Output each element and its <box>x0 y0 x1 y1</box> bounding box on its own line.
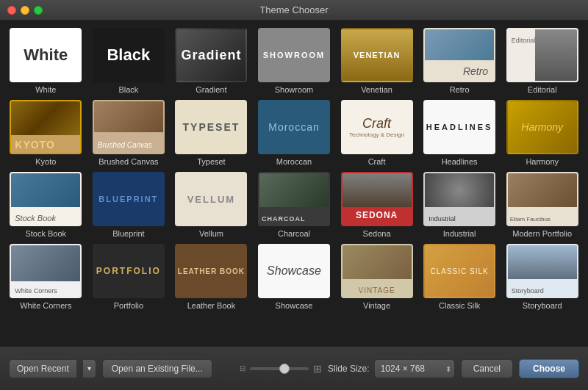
zoom-slider-area: ⊟ ⊞ <box>240 363 322 375</box>
theme-thumb-showroom: SHOWROOM <box>258 28 330 82</box>
theme-thumb-kyoto: KYOTO <box>10 100 82 154</box>
theme-label-vellum: Vellum <box>199 229 223 238</box>
theme-kyoto[interactable]: KYOTO Kyoto <box>7 100 85 166</box>
cancel-button[interactable]: Cancel <box>461 359 513 378</box>
theme-thumb-classicsilk: CLASSIC SILK <box>423 244 495 298</box>
theme-editorial[interactable]: Editorial Editorial <box>503 28 581 94</box>
theme-label-moroccan: Moroccan <box>276 157 312 166</box>
theme-thumb-industrial: Industrial <box>423 172 495 226</box>
theme-classic-silk[interactable]: CLASSIC SILK Classic Silk <box>421 244 498 310</box>
theme-label-black: Black <box>118 85 138 94</box>
choose-button[interactable]: Choose <box>519 359 579 378</box>
theme-thumb-black: Black <box>93 28 165 82</box>
theme-thumb-venetian: VENETIAN <box>341 28 413 82</box>
maximize-button[interactable] <box>34 6 43 15</box>
theme-label-vintage: Vintage <box>363 301 390 310</box>
theme-thumb-gradient: Gradient <box>175 28 247 82</box>
themes-grid: White White Black Black Gradient Gradien… <box>7 28 581 310</box>
theme-label-harmony: Harmony <box>526 157 559 166</box>
theme-label-craft: Craft <box>368 157 386 166</box>
theme-moroccan[interactable]: Moroccan Moroccan <box>256 100 333 166</box>
window-controls <box>7 6 43 15</box>
theme-black[interactable]: Black Black <box>90 28 168 94</box>
theme-gradient[interactable]: Gradient Gradient <box>173 28 250 94</box>
theme-label-headlines: Headlines <box>442 157 478 166</box>
theme-thumb-white: White <box>10 28 82 82</box>
theme-thumb-storyboard: Storyboard <box>506 244 578 298</box>
theme-blueprint[interactable]: BLUEPRINT Blueprint <box>90 172 168 238</box>
theme-label-sedona: Sedona <box>363 229 391 238</box>
theme-thumb-charcoal: CHARCOAL <box>258 172 330 226</box>
theme-label-brushed-canvas: Brushed Canvas <box>98 157 158 166</box>
theme-label-white-corners: White Corners <box>20 301 71 310</box>
theme-thumb-editorial: Editorial <box>506 28 578 82</box>
theme-label-industrial: Industrial <box>443 229 476 238</box>
theme-charcoal[interactable]: CHARCOAL Charcoal <box>256 172 333 238</box>
theme-thumb-headlines: HEADLINES <box>423 100 495 154</box>
open-recent-button[interactable]: Open Recent <box>9 359 77 378</box>
theme-thumb-moroccan: Moroccan <box>258 100 330 154</box>
theme-storyboard[interactable]: Storyboard Storyboard <box>503 244 581 310</box>
theme-sedona[interactable]: SEDONA Sedona <box>338 172 415 238</box>
window-title: Theme Chooser <box>259 4 328 15</box>
slide-size-area: Slide Size: 1024 × 768 1280 × 720 1920 ×… <box>328 359 455 378</box>
theme-label-editorial: Editorial <box>528 85 557 94</box>
theme-thumb-typeset: TYPESET <box>175 100 247 154</box>
theme-label-modern-portfolio: Modern Portfolio <box>512 229 572 238</box>
theme-label-classic-silk: Classic Silk <box>439 301 480 310</box>
theme-label-showroom: Showroom <box>275 85 314 94</box>
theme-showcase[interactable]: Showcase Showcase <box>256 244 333 310</box>
theme-label-showcase: Showcase <box>276 301 313 310</box>
theme-white-corners[interactable]: White Corners White Corners <box>7 244 85 310</box>
theme-thumb-stockbook: Stock Book <box>10 172 82 226</box>
theme-modern-portfolio[interactable]: Etiam Faucibus Modern Portfolio <box>503 172 581 238</box>
close-button[interactable] <box>7 6 16 15</box>
slide-size-select[interactable]: 1024 × 768 1280 × 720 1920 × 1080 <box>374 359 455 378</box>
theme-industrial[interactable]: Industrial Industrial <box>421 172 498 238</box>
theme-label-retro: Retro <box>450 85 470 94</box>
theme-brushed-canvas[interactable]: Brushed Canvas Brushed Canvas <box>90 100 168 166</box>
slide-size-select-wrapper: 1024 × 768 1280 × 720 1920 × 1080 <box>374 359 455 378</box>
theme-thumb-leatherbook: LEATHER BOOK <box>175 244 247 298</box>
theme-vintage[interactable]: VINTAGE Vintage <box>338 244 415 310</box>
theme-thumb-vintage: VINTAGE <box>341 244 413 298</box>
theme-thumb-harmony: Harmony <box>506 100 578 154</box>
theme-thumb-modernportfolio: Etiam Faucibus <box>506 172 578 226</box>
theme-thumb-showcase: Showcase <box>258 244 330 298</box>
theme-label-stock-book: Stock Book <box>25 229 66 238</box>
theme-label-leather-book: Leather Book <box>187 301 235 310</box>
theme-showroom[interactable]: SHOWROOM Showroom <box>256 28 333 94</box>
theme-thumb-brushed: Brushed Canvas <box>93 100 165 154</box>
zoom-in-icon: ⊞ <box>313 363 322 375</box>
theme-vellum[interactable]: VELLUM Vellum <box>173 172 250 238</box>
theme-label-portfolio: Portfolio <box>114 301 143 310</box>
slide-size-label: Slide Size: <box>328 364 370 374</box>
zoom-slider-thumb[interactable] <box>279 364 290 374</box>
theme-stock-book[interactable]: Stock Book Stock Book <box>7 172 85 238</box>
theme-craft[interactable]: Craft Technology & Design Craft <box>338 100 415 166</box>
theme-thumb-blueprint: BLUEPRINT <box>93 172 165 226</box>
theme-harmony[interactable]: Harmony Harmony <box>503 100 581 166</box>
zoom-slider-track[interactable] <box>250 367 309 370</box>
theme-label-blueprint: Blueprint <box>112 229 144 238</box>
theme-leather-book[interactable]: LEATHER BOOK Leather Book <box>173 244 250 310</box>
theme-white[interactable]: White White <box>7 28 85 94</box>
theme-typeset[interactable]: TYPESET Typeset <box>173 100 250 166</box>
theme-retro[interactable]: Retro Retro <box>421 28 498 94</box>
theme-venetian[interactable]: VENETIAN Venetian <box>338 28 415 94</box>
theme-label-venetian: Venetian <box>361 85 392 94</box>
theme-thumb-vellum: VELLUM <box>175 172 247 226</box>
theme-label-charcoal: Charcoal <box>278 229 310 238</box>
titlebar: Theme Chooser <box>0 0 588 21</box>
theme-label-typeset: Typeset <box>197 157 226 166</box>
minimize-button[interactable] <box>21 6 29 15</box>
open-recent-arrow-button[interactable]: ▾ <box>83 359 96 378</box>
theme-portfolio[interactable]: PORTFOLIO Portfolio <box>90 244 168 310</box>
theme-thumb-sedona: SEDONA <box>341 172 413 226</box>
theme-thumb-whitecorners: White Corners <box>10 244 82 298</box>
theme-label-gradient: Gradient <box>196 85 226 94</box>
open-existing-button[interactable]: Open an Existing File... <box>102 359 212 378</box>
theme-thumb-craft: Craft Technology & Design <box>341 100 413 154</box>
theme-thumb-retro: Retro <box>423 28 495 82</box>
theme-headlines[interactable]: HEADLINES Headlines <box>421 100 498 166</box>
